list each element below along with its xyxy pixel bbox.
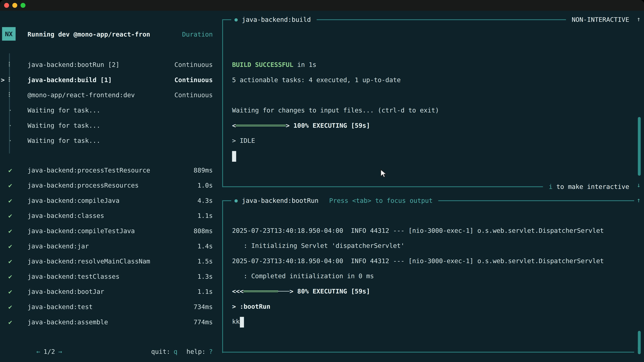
pagination: ←1/2→ [6, 340, 66, 362]
task-row[interactable]: ✔java-backend:classes1.1s [0, 208, 218, 223]
check-icon: ✔ [6, 288, 14, 295]
dot-icon: · [6, 107, 14, 114]
page-next-arrow[interactable]: → [58, 348, 62, 355]
task-status: Continuous [174, 61, 213, 68]
task-label: Waiting for task... [28, 107, 100, 114]
duration-column-header: Duration [182, 27, 213, 42]
task-row[interactable]: ⠇java-backend:bootRun [2]Continuous [0, 57, 218, 72]
page-indicator: 1/2 [44, 348, 55, 355]
zoom-button[interactable] [20, 3, 25, 8]
terminal-line: : Completed initialization in 0 ms [222, 269, 634, 284]
close-button[interactable] [4, 3, 9, 8]
help-label: help: [186, 348, 206, 355]
task-label: java-backend:build [1] [28, 76, 112, 83]
mouse-cursor [380, 169, 388, 179]
terminal-text-segment: : Completed initialization in 0 ms [232, 273, 374, 280]
bootrun-output-panel: ● java-backend:bootRun Press <tab> to fo… [222, 193, 634, 360]
quit-key[interactable]: q [174, 348, 178, 355]
task-label: java-backend:jar [28, 242, 89, 250]
terminal-text-segment: in 1s [293, 61, 316, 68]
task-label: Waiting for task... [28, 122, 100, 129]
bootrun-panel-scrollbar[interactable] [638, 331, 641, 354]
task-row[interactable]: ·Waiting for task... [0, 103, 218, 118]
task-label: java-backend:processResources [28, 182, 139, 189]
help-key[interactable]: ? [209, 348, 213, 355]
task-duration: 1.1s [198, 288, 213, 295]
terminal-line: : Initializing Servlet 'dispatcherServle… [222, 239, 634, 254]
interactive-hint: i to make interactive [549, 183, 629, 190]
task-label: java-backend:compileJava [28, 197, 120, 204]
check-icon: ✔ [6, 273, 14, 280]
task-row[interactable]: ✔java-backend:test734ms [0, 299, 218, 314]
terminal-line [222, 164, 634, 179]
task-label: java-backend:assemble [28, 318, 108, 326]
page-prev-arrow[interactable]: ← [36, 348, 40, 355]
task-row[interactable]: ✔java-backend:resolveMainClassNam1.5s [0, 254, 218, 269]
build-output-panel: ● java-backend:build NON-INTERACTIVE BUI… [222, 12, 634, 179]
terminal-line [222, 208, 634, 223]
focus-output-hint: Press <tab> to focus output [329, 197, 433, 204]
terminal-line: <<<═════════───> 80% EXECUTING [59s] [222, 284, 634, 299]
task-label: java-backend:bootRun [2] [28, 61, 120, 68]
terminal-line: > IDLE [222, 133, 634, 149]
task-duration: 774ms [194, 318, 213, 326]
task-status-bullet-icon: ● [234, 197, 238, 204]
check-icon: ✔ [6, 303, 14, 311]
task-row[interactable]: ✔java-backend:processResources1.0s [0, 178, 218, 193]
text-cursor [240, 317, 244, 327]
spinner-icon: ⠇ [6, 91, 14, 99]
task-row[interactable]: ✔java-backend:compileJava4.3s [0, 193, 218, 208]
text-cursor [232, 151, 236, 162]
check-icon: ✔ [6, 242, 14, 250]
build-panel-scrollbar[interactable] [638, 117, 641, 176]
quit-label: quit: [151, 348, 170, 355]
task-row[interactable]: ✔java-backend:bootJar1.1s [0, 284, 218, 299]
task-row[interactable]: >⠇java-backend:build [1]Continuous [0, 72, 218, 87]
terminal-text-segment: < [232, 122, 236, 129]
check-icon: ✔ [6, 258, 14, 265]
task-label: java-backend:processTestResource [28, 166, 150, 174]
task-duration: 808ms [194, 227, 213, 235]
terminal-line [222, 330, 634, 345]
task-duration: 1.0s [198, 182, 213, 189]
terminal-text-segment: ─── [278, 288, 290, 295]
task-duration: 1.3s [198, 273, 213, 280]
task-row[interactable]: ✔java-backend:jar1.4s [0, 239, 218, 254]
panel-bottom-border [222, 352, 634, 353]
terminal-window: NX Running dev @mono-app/react-fron Dura… [0, 0, 644, 362]
bootrun-panel-header: ● java-backend:bootRun Press <tab> to fo… [222, 193, 634, 208]
terminal-line: Waiting for changes to input files... (c… [222, 103, 634, 118]
task-label: @mono-app/react-frontend:dev [28, 91, 135, 99]
task-duration: 1.1s [198, 212, 213, 219]
scroll-down-icon: ↓ [634, 178, 643, 193]
task-row[interactable]: ✔java-backend:processTestResource889ms [0, 163, 218, 178]
terminal-line: BUILD SUCCESSFUL in 1s [222, 57, 634, 73]
terminal-line [222, 88, 634, 103]
panel-border-rule [438, 200, 634, 201]
spinner-icon: ⠇ [6, 61, 14, 68]
minimize-button[interactable] [12, 3, 17, 8]
task-row[interactable]: ⠇@mono-app/react-frontend:devContinuous [0, 87, 218, 103]
terminal-text-segment: > IDLE [232, 137, 255, 144]
panel-border-segment [222, 200, 231, 201]
task-duration: 1.4s [198, 242, 213, 250]
terminal-line: 2025-07-23T13:40:18.950-04:00 INFO 44312… [222, 223, 634, 239]
bootrun-panel-title: java-backend:bootRun [242, 197, 318, 204]
terminal-text-segment: > [290, 288, 294, 295]
task-duration: 889ms [194, 166, 213, 174]
task-row[interactable]: ·Waiting for task... [0, 118, 218, 133]
task-row[interactable]: ·Waiting for task... [0, 133, 218, 148]
task-label: java-backend:compileTestJava [28, 227, 135, 235]
dot-icon: · [6, 122, 14, 129]
task-row[interactable]: ✔java-backend:compileTestJava808ms [0, 223, 218, 239]
terminal-line [222, 27, 634, 42]
completed-task-list: ✔java-backend:processTestResource889ms✔j… [0, 163, 218, 330]
check-icon: ✔ [6, 212, 14, 219]
terminal-text-segment: 2025-07-23T13:40:18.950-04:00 INFO 44312… [232, 227, 604, 234]
task-duration: 1.5s [198, 258, 213, 265]
task-row[interactable]: ✔java-backend:assemble774ms [0, 314, 218, 330]
task-row[interactable]: ✔java-backend:testClasses1.3s [0, 269, 218, 284]
task-label: java-backend:test [28, 303, 93, 311]
check-icon: ✔ [6, 197, 14, 204]
terminal-line: kk [222, 314, 634, 330]
